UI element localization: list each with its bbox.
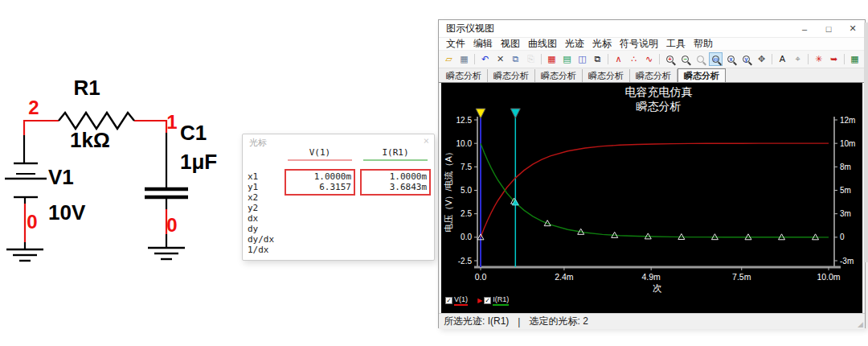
status-selected-cursor: 选定的光标: 2 — [529, 315, 588, 328]
text-annotation-icon[interactable]: A — [776, 52, 789, 66]
zoom-out-icon[interactable]: − — [678, 52, 692, 66]
tab-bar: 瞬态分析瞬态分析瞬态分析瞬态分析瞬态分析瞬态分析 — [439, 68, 865, 83]
y-tick-label-right: 3m — [840, 209, 851, 218]
tab-transient-analysis-4[interactable]: 瞬态分析 — [630, 69, 678, 82]
capacitor-label: C1 — [180, 121, 207, 145]
y-tick-label-left: 7.5 — [461, 163, 472, 171]
ground-right-icon — [148, 248, 185, 259]
capacitor-symbol[interactable] — [145, 189, 188, 197]
zoom-area-icon-glyph: ▭ — [712, 56, 719, 63]
resistor-symbol[interactable] — [59, 113, 134, 129]
cursor-column-header-ir1: I(R1) — [360, 147, 431, 158]
cursor-value-box-v1: 1.0000m6.3157 — [285, 169, 355, 196]
cursor-panel: 光标 × x1y1x2y2dxdydy/dx1/dxV(1)1.0000m6.3… — [242, 134, 435, 261]
zoom-in-icon-sign: + — [668, 56, 671, 62]
maximize-button[interactable]: □ — [817, 20, 841, 37]
minimize-button[interactable]: – — [792, 20, 817, 37]
pan-hand-icon[interactable]: ✥ — [755, 52, 768, 66]
cursor-row-label-1dx: 1/dx — [248, 245, 269, 255]
cursor-2-flag[interactable] — [510, 109, 520, 118]
paste-icon[interactable]: ⎘ — [524, 52, 538, 66]
show-cursors-icon[interactable]: ✳ — [812, 52, 825, 66]
resize-grip[interactable]: ◢ — [858, 320, 863, 328]
close-button[interactable]: ✕ — [841, 20, 865, 37]
tab-transient-analysis-2[interactable]: 瞬态分析 — [535, 69, 583, 82]
legend-checkbox-v1[interactable]: ✓ — [445, 297, 452, 304]
y-tick-label-right: 8m — [840, 163, 851, 171]
trace-v1[interactable] — [481, 143, 829, 237]
y-tick-label-left: 5.0 — [461, 186, 472, 195]
zoom-out-icon-sign: − — [683, 56, 686, 62]
cursor-row-label-x2: x2 — [248, 192, 258, 203]
zoom-area-icon-sign: ▭ — [713, 56, 719, 62]
plot-area[interactable]: 电容充电仿真 瞬态分析 12.510.07.55.02.50.0-2.512m1… — [441, 83, 862, 313]
select-pointer-icon[interactable]: ⌖ — [791, 52, 805, 66]
cursor-y1-value: 6.3157 — [286, 182, 354, 192]
graph-properties-icon[interactable]: ◫ — [575, 52, 589, 66]
window-controls: – □ ✕ — [792, 20, 865, 37]
export-graph-icon[interactable]: ➥ — [827, 52, 841, 66]
save-icon[interactable]: ▦ — [457, 52, 471, 66]
menu-item-5[interactable]: 光标 — [588, 37, 616, 51]
toolbar-separator — [541, 54, 542, 64]
trace-line-icon[interactable]: ∧ — [612, 52, 625, 66]
menu-bar: 文件编辑视图曲线图光迹光标符号说明工具帮助 — [439, 38, 865, 51]
menu-item-8[interactable]: 帮助 — [690, 37, 717, 51]
trace-points-icon[interactable]: ∴ — [627, 52, 641, 66]
cursor-panel-title: 光标 — [249, 137, 267, 149]
cursor-value-box-ir1: 1.0000m3.6843m — [360, 169, 431, 196]
zoom-y-icon-glyph: y — [743, 56, 750, 63]
legend-checkbox-ir1[interactable]: ✓ — [484, 297, 491, 304]
legend-label-v1[interactable]: V(1) — [454, 295, 468, 306]
trace-line-points-icon[interactable]: ∿ — [642, 52, 656, 66]
zoom-x-icon[interactable]: x — [724, 52, 738, 66]
cursor-column-header-v1: V(1) — [285, 147, 355, 158]
tab-transient-analysis-0[interactable]: 瞬态分析 — [440, 69, 488, 82]
battery-symbol[interactable] — [5, 163, 47, 197]
zoom-restore-icon-glyph — [697, 56, 704, 63]
cursor-row-label-y2: y2 — [248, 203, 258, 213]
y-tick-label-right: 12m — [840, 116, 855, 125]
close-icon[interactable]: × — [424, 135, 429, 146]
x-tick-label: 0.0 — [475, 272, 487, 282]
source-label: V1 — [48, 165, 74, 189]
toolbar-separator — [474, 54, 475, 64]
show-grid-icon[interactable]: ▦ — [545, 52, 559, 66]
menu-item-3[interactable]: 曲线图 — [524, 37, 561, 51]
zoom-x-icon-sign: x — [730, 56, 733, 62]
menu-item-7[interactable]: 工具 — [662, 37, 690, 51]
delete-icon[interactable]: ✕ — [493, 52, 507, 66]
selected-trace-arrow-icon: ▶ — [477, 297, 482, 304]
tab-transient-analysis-5[interactable]: 瞬态分析 — [678, 68, 726, 82]
export-excel-icon[interactable]: ▦ — [848, 52, 862, 66]
zoom-y-icon[interactable]: y — [739, 52, 753, 66]
show-legend-icon[interactable]: ▤ — [560, 52, 574, 66]
open-file-icon[interactable]: ▱ — [442, 52, 456, 66]
menu-item-4[interactable]: 光迹 — [561, 37, 588, 51]
x-axis-label: 次 — [653, 283, 662, 293]
y-tick-label-left: 0.0 — [461, 233, 472, 241]
zoom-restore-icon[interactable] — [694, 52, 707, 66]
plot-svg[interactable]: 12.510.07.55.02.50.0-2.512m10m8m5m3m0-3m… — [441, 83, 862, 313]
menu-item-0[interactable]: 文件 — [442, 37, 469, 51]
cursor-x1-value: 1.0000m — [286, 171, 354, 182]
trace-ir1[interactable] — [481, 143, 829, 237]
node-label-1: 1 — [166, 111, 177, 133]
undo-icon[interactable]: ↶ — [478, 52, 492, 66]
resistor-label: R1 — [73, 76, 100, 100]
menu-item-2[interactable]: 视图 — [497, 37, 524, 51]
cursor-row-label-y1: y1 — [248, 182, 258, 192]
menu-item-6[interactable]: 符号说明 — [616, 37, 662, 51]
tab-transient-analysis-3[interactable]: 瞬态分析 — [583, 69, 630, 82]
y-tick-label-left: 12.5 — [457, 116, 473, 125]
zoom-area-icon[interactable]: ▭ — [709, 52, 723, 66]
x-tick-label: 7.5m — [732, 272, 751, 282]
legend-label-ir1[interactable]: I(R1) — [493, 295, 509, 306]
menu-item-1[interactable]: 编辑 — [469, 37, 497, 51]
node-label-0-left: 0 — [27, 211, 37, 233]
tab-transient-analysis-1[interactable]: 瞬态分析 — [488, 69, 535, 82]
copy-icon[interactable]: ⧉ — [509, 52, 522, 66]
zoom-in-icon[interactable]: + — [663, 52, 677, 66]
overlay-traces-icon[interactable]: ⧉ — [591, 52, 604, 66]
toolbar: ▱▦↶✕⧉⎘▦▤◫⧉∧∴∿+−▭xy✥A⌖✳➥▦▦■ — [439, 51, 865, 68]
